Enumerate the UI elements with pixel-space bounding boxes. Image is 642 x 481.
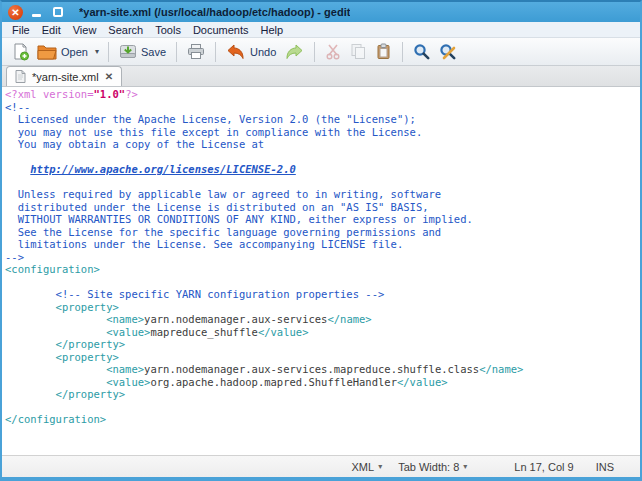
- save-button[interactable]: Save: [115, 41, 170, 62]
- copy-icon: [350, 43, 367, 60]
- language-mode-label: XML: [352, 461, 375, 473]
- menu-file[interactable]: File: [6, 22, 36, 38]
- code-lines: <?xml version="1.0"?><!-- Licensed under…: [5, 88, 640, 426]
- menu-help[interactable]: Help: [255, 22, 290, 38]
- tab-yarn-site-xml[interactable]: *yarn-site.xml ✕: [6, 66, 122, 86]
- close-icon: ✕: [8, 5, 23, 20]
- new-document-icon: [12, 43, 29, 61]
- cut-button[interactable]: [321, 41, 346, 62]
- dropdown-arrow-icon: ▾: [463, 462, 467, 471]
- redo-button[interactable]: [280, 42, 308, 62]
- save-icon: [119, 43, 137, 60]
- window-title: *yarn-site.xml (/usr/local/hadoop/etc/ha…: [79, 6, 350, 18]
- menu-tools[interactable]: Tools: [149, 22, 187, 38]
- copy-button[interactable]: [346, 41, 371, 62]
- open-dropdown-arrow-icon[interactable]: ▾: [92, 47, 102, 56]
- print-button[interactable]: [183, 41, 209, 62]
- redo-icon: [284, 44, 304, 60]
- minimize-icon: [32, 14, 41, 17]
- language-mode-selector[interactable]: XML ▾: [352, 461, 383, 473]
- cursor-position: Ln 17, Col 9: [514, 461, 573, 473]
- paste-clipboard-icon: [375, 43, 392, 60]
- dropdown-arrow-icon: ▾: [378, 462, 382, 471]
- gedit-window: ✕ *yarn-site.xml (/usr/local/hadoop/etc/…: [0, 0, 642, 481]
- close-window-button[interactable]: ✕: [8, 5, 23, 20]
- document-icon: [15, 70, 26, 83]
- menu-view[interactable]: View: [67, 22, 103, 38]
- tab-width-selector[interactable]: Tab Width: 8 ▾: [398, 461, 467, 473]
- undo-label: Undo: [250, 46, 276, 58]
- save-label: Save: [141, 46, 166, 58]
- toolbar-separator: [108, 42, 109, 62]
- menu-edit[interactable]: Edit: [36, 22, 67, 38]
- search-icon: [413, 43, 431, 61]
- toolbar: Open ▾ Save: [2, 38, 640, 66]
- undo-button[interactable]: Undo: [222, 42, 280, 62]
- code-editor[interactable]: <?xml version="1.0"?><!-- Licensed under…: [2, 87, 640, 455]
- paste-button[interactable]: [371, 41, 396, 62]
- tabbar: *yarn-site.xml ✕: [2, 66, 640, 87]
- maximize-icon: [53, 7, 63, 17]
- toolbar-separator: [215, 42, 216, 62]
- minimize-window-button[interactable]: [29, 5, 44, 20]
- search-replace-icon: [439, 43, 458, 61]
- cut-scissors-icon: [325, 43, 342, 60]
- tab-width-label: Tab Width: 8: [398, 461, 459, 473]
- toolbar-separator: [176, 42, 177, 62]
- titlebar[interactable]: ✕ *yarn-site.xml (/usr/local/hadoop/etc/…: [2, 2, 640, 22]
- new-document-button[interactable]: [8, 41, 33, 63]
- open-button[interactable]: Open: [33, 41, 92, 62]
- toolbar-separator: [314, 42, 315, 62]
- toolbar-separator: [402, 42, 403, 62]
- menu-search[interactable]: Search: [102, 22, 149, 38]
- tab-label: *yarn-site.xml: [32, 71, 99, 83]
- insert-mode-indicator: INS: [596, 461, 614, 473]
- search-button[interactable]: [409, 41, 435, 63]
- statusbar: XML ▾ Tab Width: 8 ▾ Ln 17, Col 9 INS: [2, 455, 640, 477]
- undo-icon: [226, 44, 246, 60]
- search-replace-button[interactable]: [435, 41, 462, 63]
- open-folder-icon: [37, 43, 57, 60]
- tab-close-icon[interactable]: ✕: [105, 71, 113, 82]
- menu-documents[interactable]: Documents: [187, 22, 255, 38]
- maximize-window-button[interactable]: [50, 5, 65, 20]
- open-label: Open: [61, 46, 88, 58]
- print-icon: [187, 43, 205, 60]
- menubar: File Edit View Search Tools Documents He…: [2, 22, 640, 38]
